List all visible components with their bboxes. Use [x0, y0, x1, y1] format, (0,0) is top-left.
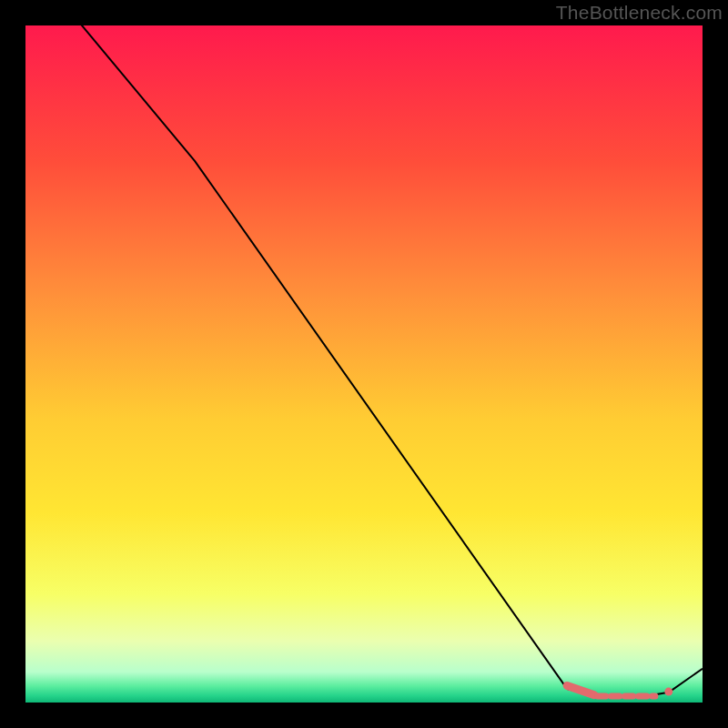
- plot-svg: [25, 25, 703, 703]
- plot-area: [25, 25, 703, 703]
- watermark-text: TheBottleneck.com: [556, 2, 723, 24]
- gradient-background: [25, 25, 703, 703]
- chart-container: TheBottleneck.com: [0, 0, 728, 728]
- highlight-valley-right-dot: [664, 688, 672, 696]
